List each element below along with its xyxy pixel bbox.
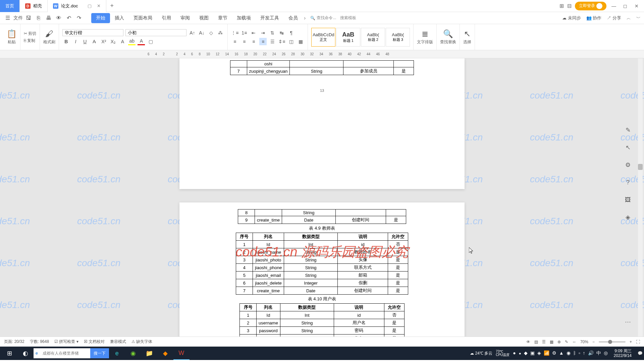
ribbon-tab[interactable]: 会员 bbox=[284, 13, 303, 23]
paste-button[interactable]: 📋粘贴 bbox=[7, 29, 17, 45]
tray-icon[interactable]: ◆ bbox=[524, 350, 528, 356]
style-item[interactable]: AaBbCcDd正文 bbox=[311, 28, 335, 47]
align-left-icon[interactable]: ≡ bbox=[231, 38, 238, 45]
ime-indicator[interactable]: 中 bbox=[596, 350, 601, 356]
tab-home[interactable]: 首页 bbox=[0, 0, 20, 12]
image-icon[interactable]: 🖼 bbox=[623, 195, 633, 204]
decrease-indent-icon[interactable]: ⇤ bbox=[250, 29, 257, 37]
tray-icon[interactable]: ▣ bbox=[530, 350, 535, 356]
print-preview-icon[interactable]: 👁 bbox=[54, 14, 63, 22]
font-color-icon[interactable]: A bbox=[138, 38, 145, 45]
close-button[interactable]: ✕ bbox=[633, 2, 641, 10]
fit-width-icon[interactable]: ↔ bbox=[572, 340, 576, 344]
ribbon-tab[interactable]: 开始 bbox=[91, 13, 110, 23]
tray-icon[interactable]: ▲ bbox=[559, 350, 564, 356]
ruler[interactable]: 6422468101214161820222426283032343638404… bbox=[0, 50, 644, 58]
ribbon-tab[interactable]: 章节 bbox=[213, 13, 232, 23]
export-icon[interactable]: ⎘ bbox=[34, 14, 43, 22]
sync-status[interactable]: ☁ 未同步 bbox=[562, 15, 581, 21]
select-button[interactable]: ↖选择 bbox=[463, 29, 471, 45]
ribbon-tab[interactable]: 页面布局 bbox=[129, 13, 157, 23]
grow-font-icon[interactable]: A↑ bbox=[189, 29, 196, 37]
proofread-button[interactable]: ☒ 文档校对 bbox=[84, 339, 105, 345]
bullets-icon[interactable]: ⋮≡ bbox=[231, 29, 238, 37]
tray-icon[interactable]: ◎ bbox=[604, 350, 608, 356]
ribbon-tab[interactable]: 加载项 bbox=[232, 13, 256, 23]
align-center-icon[interactable]: ≡ bbox=[240, 38, 248, 45]
scroll-thumb[interactable] bbox=[638, 164, 643, 170]
print-icon[interactable]: 🖶 bbox=[44, 14, 53, 22]
phonetic-icon[interactable]: ⁂ bbox=[217, 29, 224, 37]
tray-icon[interactable]: ⚙ bbox=[552, 350, 556, 356]
tab-add-button[interactable]: + bbox=[106, 2, 118, 9]
search-button[interactable]: 搜一下 bbox=[90, 348, 109, 358]
italic-button[interactable]: I bbox=[72, 38, 79, 45]
file-menu[interactable]: 文件 bbox=[13, 14, 23, 22]
pen-icon[interactable]: ✎ bbox=[623, 125, 633, 135]
cursor-tool-icon[interactable]: ↖ bbox=[623, 143, 633, 152]
chevron-up-icon[interactable]: ︿ bbox=[627, 15, 631, 21]
app-icon[interactable]: ◆ bbox=[157, 347, 173, 360]
volume-icon[interactable]: 🔊 bbox=[588, 350, 594, 356]
zoom-out-button[interactable]: − bbox=[592, 340, 595, 344]
page-view-icon[interactable]: ▤ bbox=[534, 340, 538, 344]
chevron-down-icon[interactable]: ﹀ bbox=[636, 15, 641, 21]
cpu-temp-widget[interactable]: 73℃CPU温度 bbox=[496, 350, 509, 357]
vertical-scrollbar[interactable] bbox=[638, 58, 643, 337]
underline-button[interactable]: U bbox=[81, 38, 89, 45]
ribbon-tab[interactable]: 插入 bbox=[110, 13, 129, 23]
tray-icon[interactable]: ⬥ bbox=[519, 350, 521, 356]
edit-mode-icon[interactable]: ✎ bbox=[565, 340, 568, 344]
reading-view-icon[interactable]: ⊕ bbox=[557, 340, 561, 344]
tab-marks-icon[interactable]: ↹ bbox=[278, 29, 285, 37]
ribbon-tab[interactable]: 开发工具 bbox=[256, 13, 284, 23]
more-icon[interactable]: ⋯ bbox=[623, 317, 633, 326]
ribbon-tab[interactable]: 审阅 bbox=[176, 13, 195, 23]
copy-button[interactable]: ⎘ 复制 bbox=[24, 38, 35, 44]
font-size-select[interactable] bbox=[125, 29, 186, 36]
style-item[interactable]: AaBb(标题 2 bbox=[361, 28, 385, 47]
weather-widget[interactable]: ☁ 24℃ 多云 bbox=[470, 351, 492, 356]
char-border-icon[interactable]: ▢ bbox=[147, 38, 154, 45]
align-justify-icon[interactable]: ≡ bbox=[259, 38, 267, 45]
format-painter-button[interactable]: 🖌格式刷 bbox=[43, 29, 55, 45]
start-button[interactable]: ⊞ bbox=[1, 347, 17, 360]
collab-button[interactable]: 👥 协作 bbox=[586, 15, 602, 21]
bluetooth-icon[interactable]: ᛒ bbox=[573, 350, 576, 356]
clear-format-icon[interactable]: ◇ bbox=[207, 29, 215, 37]
strikethrough-icon[interactable]: A̶ bbox=[91, 38, 98, 45]
minimize-button[interactable]: — bbox=[610, 2, 618, 10]
highlight-icon[interactable]: ab bbox=[128, 38, 136, 45]
tab-window-icon[interactable]: ▢ bbox=[88, 3, 92, 8]
search-input[interactable] bbox=[40, 348, 90, 358]
wps-taskbar-icon[interactable]: W bbox=[173, 347, 190, 360]
zoom-in-button[interactable]: + bbox=[630, 340, 632, 344]
redo-icon[interactable]: ↷ bbox=[74, 14, 83, 22]
tray-icon[interactable]: ◉ bbox=[567, 350, 571, 356]
line-spacing-icon[interactable]: ⇕≡ bbox=[278, 38, 285, 45]
notifications-icon[interactable]: 💬 bbox=[638, 351, 643, 356]
page-indicator[interactable]: 页面: 20/32 bbox=[4, 339, 24, 345]
font-family-select[interactable] bbox=[62, 29, 123, 36]
ribbon-tab[interactable]: 视图 bbox=[195, 13, 213, 23]
find-replace-button[interactable]: 🔍查找替换 bbox=[440, 29, 456, 45]
document-area[interactable]: code51.cncode51.cncode51.cncode51.cncode… bbox=[0, 58, 644, 337]
fullscreen-icon[interactable]: ⛶ bbox=[636, 340, 640, 344]
shrink-font-icon[interactable]: A↓ bbox=[198, 29, 205, 37]
wifi-icon[interactable]: 📶 bbox=[544, 350, 549, 356]
login-button[interactable]: 立即登录 bbox=[575, 2, 606, 10]
shading-icon[interactable]: ◫ bbox=[287, 38, 295, 45]
superscript-icon[interactable]: X² bbox=[100, 38, 107, 45]
word-count[interactable]: 字数: 9648 bbox=[30, 339, 49, 345]
help-icon[interactable]: ? bbox=[623, 178, 633, 187]
hamburger-icon[interactable]: ☰ bbox=[3, 14, 12, 22]
zoom-level[interactable]: 70% bbox=[580, 340, 588, 344]
explorer-icon[interactable]: 📁 bbox=[141, 347, 157, 360]
tab-close-icon[interactable]: ✕ bbox=[97, 3, 101, 8]
grid-icon[interactable]: ⊟ bbox=[567, 3, 572, 9]
zoom-slider[interactable] bbox=[599, 341, 626, 343]
share-button[interactable]: ↗ 分享 bbox=[607, 15, 621, 21]
style-item[interactable]: AaB标题 1 bbox=[336, 28, 360, 47]
cut-button[interactable]: ✂ 剪切 bbox=[24, 31, 36, 37]
text-layout-button[interactable]: ≣文字排版 bbox=[417, 29, 433, 45]
